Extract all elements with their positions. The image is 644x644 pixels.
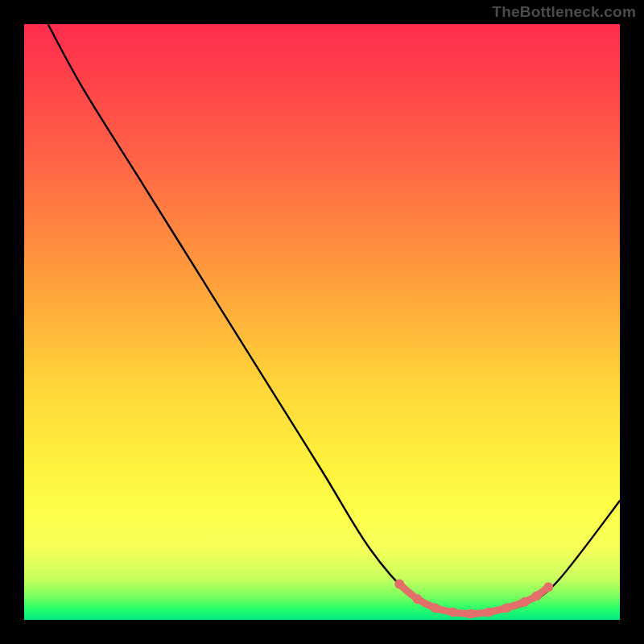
highlight-dot: [484, 607, 493, 617]
highlight-dot: [531, 591, 541, 601]
plot-area: [24, 24, 620, 620]
highlight-dot: [448, 607, 458, 617]
highlight-dot: [394, 580, 404, 589]
highlight-dot: [466, 609, 476, 619]
highlight-dot: [543, 582, 553, 592]
highlight-dot: [502, 603, 511, 613]
main-curve: [48, 24, 620, 614]
chart-svg: [24, 24, 620, 620]
highlight-dot: [520, 597, 530, 607]
highlight-dot: [431, 603, 440, 613]
watermark-text: TheBottleneck.com: [492, 3, 636, 21]
chart-stage: TheBottleneck.com: [0, 0, 644, 644]
highlight-dot: [412, 594, 422, 604]
